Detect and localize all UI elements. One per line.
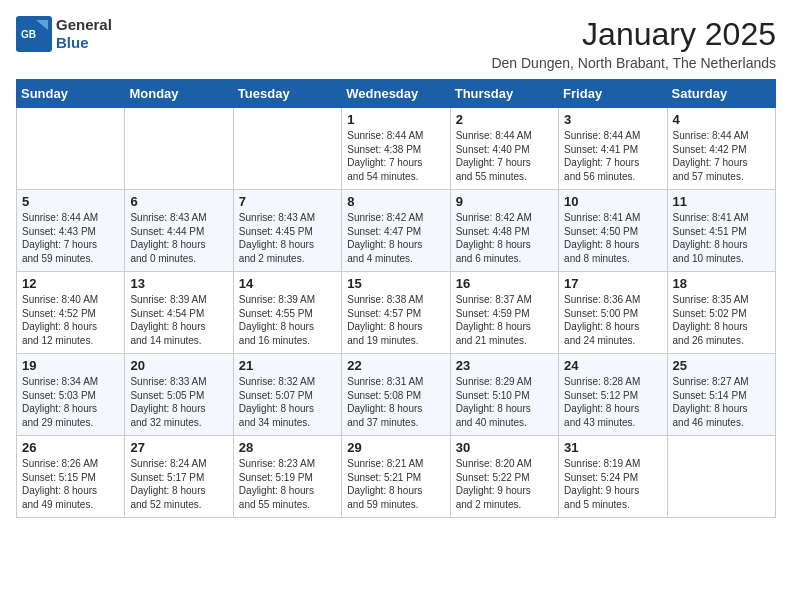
calendar-cell: 9Sunrise: 8:42 AMSunset: 4:48 PMDaylight… xyxy=(450,190,558,272)
weekday-header-row: SundayMondayTuesdayWednesdayThursdayFrid… xyxy=(17,80,776,108)
cell-info: Sunrise: 8:43 AMSunset: 4:44 PMDaylight:… xyxy=(130,211,227,265)
cell-info: Sunrise: 8:21 AMSunset: 5:21 PMDaylight:… xyxy=(347,457,444,511)
cell-info: Sunrise: 8:33 AMSunset: 5:05 PMDaylight:… xyxy=(130,375,227,429)
cell-info: Sunrise: 8:28 AMSunset: 5:12 PMDaylight:… xyxy=(564,375,661,429)
calendar-cell: 26Sunrise: 8:26 AMSunset: 5:15 PMDayligh… xyxy=(17,436,125,518)
calendar-cell: 22Sunrise: 8:31 AMSunset: 5:08 PMDayligh… xyxy=(342,354,450,436)
calendar-cell: 8Sunrise: 8:42 AMSunset: 4:47 PMDaylight… xyxy=(342,190,450,272)
day-number: 11 xyxy=(673,194,770,209)
cell-info: Sunrise: 8:44 AMSunset: 4:38 PMDaylight:… xyxy=(347,129,444,183)
day-number: 9 xyxy=(456,194,553,209)
cell-info: Sunrise: 8:44 AMSunset: 4:41 PMDaylight:… xyxy=(564,129,661,183)
calendar-cell xyxy=(233,108,341,190)
day-number: 16 xyxy=(456,276,553,291)
day-number: 15 xyxy=(347,276,444,291)
cell-info: Sunrise: 8:39 AMSunset: 4:54 PMDaylight:… xyxy=(130,293,227,347)
calendar-cell: 1Sunrise: 8:44 AMSunset: 4:38 PMDaylight… xyxy=(342,108,450,190)
cell-info: Sunrise: 8:42 AMSunset: 4:48 PMDaylight:… xyxy=(456,211,553,265)
cell-info: Sunrise: 8:43 AMSunset: 4:45 PMDaylight:… xyxy=(239,211,336,265)
day-number: 27 xyxy=(130,440,227,455)
calendar-cell: 5Sunrise: 8:44 AMSunset: 4:43 PMDaylight… xyxy=(17,190,125,272)
calendar-cell: 28Sunrise: 8:23 AMSunset: 5:19 PMDayligh… xyxy=(233,436,341,518)
cell-info: Sunrise: 8:34 AMSunset: 5:03 PMDaylight:… xyxy=(22,375,119,429)
calendar-cell: 17Sunrise: 8:36 AMSunset: 5:00 PMDayligh… xyxy=(559,272,667,354)
calendar-cell: 15Sunrise: 8:38 AMSunset: 4:57 PMDayligh… xyxy=(342,272,450,354)
cell-info: Sunrise: 8:29 AMSunset: 5:10 PMDaylight:… xyxy=(456,375,553,429)
title-block: January 2025 Den Dungen, North Brabant, … xyxy=(491,16,776,71)
calendar-cell: 16Sunrise: 8:37 AMSunset: 4:59 PMDayligh… xyxy=(450,272,558,354)
logo-text: General Blue xyxy=(56,16,112,52)
weekday-wednesday: Wednesday xyxy=(342,80,450,108)
day-number: 12 xyxy=(22,276,119,291)
day-number: 18 xyxy=(673,276,770,291)
cell-info: Sunrise: 8:39 AMSunset: 4:55 PMDaylight:… xyxy=(239,293,336,347)
calendar-cell: 10Sunrise: 8:41 AMSunset: 4:50 PMDayligh… xyxy=(559,190,667,272)
cell-info: Sunrise: 8:20 AMSunset: 5:22 PMDaylight:… xyxy=(456,457,553,511)
cell-info: Sunrise: 8:37 AMSunset: 4:59 PMDaylight:… xyxy=(456,293,553,347)
month-title: January 2025 xyxy=(491,16,776,53)
weekday-friday: Friday xyxy=(559,80,667,108)
calendar-cell: 31Sunrise: 8:19 AMSunset: 5:24 PMDayligh… xyxy=(559,436,667,518)
calendar-cell: 13Sunrise: 8:39 AMSunset: 4:54 PMDayligh… xyxy=(125,272,233,354)
cell-info: Sunrise: 8:36 AMSunset: 5:00 PMDaylight:… xyxy=(564,293,661,347)
day-number: 1 xyxy=(347,112,444,127)
day-number: 29 xyxy=(347,440,444,455)
calendar-cell: 24Sunrise: 8:28 AMSunset: 5:12 PMDayligh… xyxy=(559,354,667,436)
page-header: GB General Blue January 2025 Den Dungen,… xyxy=(16,16,776,71)
weekday-saturday: Saturday xyxy=(667,80,775,108)
day-number: 19 xyxy=(22,358,119,373)
cell-info: Sunrise: 8:42 AMSunset: 4:47 PMDaylight:… xyxy=(347,211,444,265)
day-number: 26 xyxy=(22,440,119,455)
calendar-cell xyxy=(17,108,125,190)
day-number: 22 xyxy=(347,358,444,373)
cell-info: Sunrise: 8:32 AMSunset: 5:07 PMDaylight:… xyxy=(239,375,336,429)
calendar-cell xyxy=(125,108,233,190)
weekday-monday: Monday xyxy=(125,80,233,108)
day-number: 30 xyxy=(456,440,553,455)
week-row-5: 26Sunrise: 8:26 AMSunset: 5:15 PMDayligh… xyxy=(17,436,776,518)
week-row-4: 19Sunrise: 8:34 AMSunset: 5:03 PMDayligh… xyxy=(17,354,776,436)
day-number: 17 xyxy=(564,276,661,291)
calendar-cell: 30Sunrise: 8:20 AMSunset: 5:22 PMDayligh… xyxy=(450,436,558,518)
cell-info: Sunrise: 8:23 AMSunset: 5:19 PMDaylight:… xyxy=(239,457,336,511)
day-number: 13 xyxy=(130,276,227,291)
logo: GB General Blue xyxy=(16,16,112,52)
calendar-cell: 14Sunrise: 8:39 AMSunset: 4:55 PMDayligh… xyxy=(233,272,341,354)
cell-info: Sunrise: 8:44 AMSunset: 4:43 PMDaylight:… xyxy=(22,211,119,265)
calendar-cell: 11Sunrise: 8:41 AMSunset: 4:51 PMDayligh… xyxy=(667,190,775,272)
day-number: 8 xyxy=(347,194,444,209)
weekday-sunday: Sunday xyxy=(17,80,125,108)
day-number: 28 xyxy=(239,440,336,455)
calendar-cell: 23Sunrise: 8:29 AMSunset: 5:10 PMDayligh… xyxy=(450,354,558,436)
calendar-cell: 19Sunrise: 8:34 AMSunset: 5:03 PMDayligh… xyxy=(17,354,125,436)
day-number: 21 xyxy=(239,358,336,373)
cell-info: Sunrise: 8:26 AMSunset: 5:15 PMDaylight:… xyxy=(22,457,119,511)
week-row-2: 5Sunrise: 8:44 AMSunset: 4:43 PMDaylight… xyxy=(17,190,776,272)
calendar-cell xyxy=(667,436,775,518)
cell-info: Sunrise: 8:19 AMSunset: 5:24 PMDaylight:… xyxy=(564,457,661,511)
calendar-cell: 18Sunrise: 8:35 AMSunset: 5:02 PMDayligh… xyxy=(667,272,775,354)
day-number: 6 xyxy=(130,194,227,209)
weekday-tuesday: Tuesday xyxy=(233,80,341,108)
calendar-cell: 29Sunrise: 8:21 AMSunset: 5:21 PMDayligh… xyxy=(342,436,450,518)
cell-info: Sunrise: 8:44 AMSunset: 4:42 PMDaylight:… xyxy=(673,129,770,183)
cell-info: Sunrise: 8:41 AMSunset: 4:51 PMDaylight:… xyxy=(673,211,770,265)
cell-info: Sunrise: 8:35 AMSunset: 5:02 PMDaylight:… xyxy=(673,293,770,347)
logo-blue: Blue xyxy=(56,34,89,51)
day-number: 20 xyxy=(130,358,227,373)
calendar-cell: 6Sunrise: 8:43 AMSunset: 4:44 PMDaylight… xyxy=(125,190,233,272)
calendar-cell: 3Sunrise: 8:44 AMSunset: 4:41 PMDaylight… xyxy=(559,108,667,190)
day-number: 5 xyxy=(22,194,119,209)
day-number: 14 xyxy=(239,276,336,291)
calendar-cell: 27Sunrise: 8:24 AMSunset: 5:17 PMDayligh… xyxy=(125,436,233,518)
day-number: 3 xyxy=(564,112,661,127)
cell-info: Sunrise: 8:44 AMSunset: 4:40 PMDaylight:… xyxy=(456,129,553,183)
calendar-cell: 12Sunrise: 8:40 AMSunset: 4:52 PMDayligh… xyxy=(17,272,125,354)
week-row-3: 12Sunrise: 8:40 AMSunset: 4:52 PMDayligh… xyxy=(17,272,776,354)
calendar-cell: 7Sunrise: 8:43 AMSunset: 4:45 PMDaylight… xyxy=(233,190,341,272)
day-number: 25 xyxy=(673,358,770,373)
cell-info: Sunrise: 8:40 AMSunset: 4:52 PMDaylight:… xyxy=(22,293,119,347)
cell-info: Sunrise: 8:31 AMSunset: 5:08 PMDaylight:… xyxy=(347,375,444,429)
day-number: 7 xyxy=(239,194,336,209)
svg-text:GB: GB xyxy=(21,29,36,40)
